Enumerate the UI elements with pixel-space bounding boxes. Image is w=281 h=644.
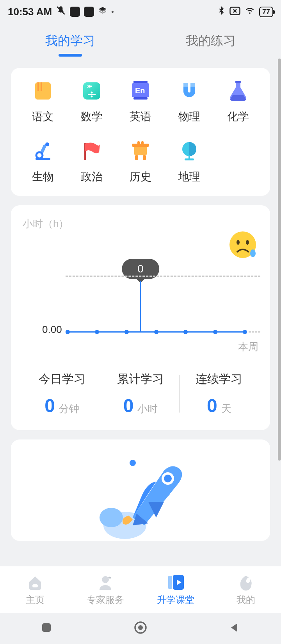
x-box-icon bbox=[229, 6, 240, 18]
svg-point-43 bbox=[164, 475, 172, 482]
stat-total-value: 0 bbox=[123, 395, 134, 416]
svg-point-40 bbox=[130, 460, 136, 466]
svg-rect-44 bbox=[32, 584, 38, 587]
svg-rect-30 bbox=[141, 141, 144, 144]
tab-my-study[interactable]: 我的学习 bbox=[0, 32, 140, 50]
dot-icon: • bbox=[111, 8, 114, 16]
svg-rect-27 bbox=[135, 155, 138, 160]
status-right: 77 bbox=[217, 5, 273, 18]
x-axis-label: 本周 bbox=[238, 340, 258, 354]
sad-face-icon bbox=[229, 231, 258, 262]
flag-icon bbox=[80, 140, 103, 162]
svg-rect-3 bbox=[37, 82, 39, 91]
svg-point-36 bbox=[246, 240, 249, 245]
svg-rect-15 bbox=[133, 97, 148, 100]
chart-indicator-line bbox=[140, 281, 141, 331]
subject-physics[interactable]: 物理 bbox=[165, 80, 213, 124]
rocket-icon bbox=[90, 455, 191, 541]
stat-today: 今日学习 0 分钟 bbox=[23, 371, 101, 416]
chart-gridline bbox=[249, 331, 260, 333]
subjects-card: 语文 × 数学 En 英语 物理 化学 bbox=[11, 68, 270, 196]
svg-point-37 bbox=[250, 249, 256, 257]
top-tabs: 我的学习 我的练习 bbox=[0, 23, 281, 59]
svg-rect-33 bbox=[185, 158, 194, 160]
subject-math[interactable]: × 数学 bbox=[68, 80, 116, 124]
y-axis-label: 小时（h） bbox=[23, 217, 258, 231]
svg-text:En: En bbox=[135, 86, 145, 95]
home-button[interactable] bbox=[133, 621, 148, 636]
scroll-indicator bbox=[278, 59, 281, 461]
svg-point-51 bbox=[138, 625, 143, 630]
svg-rect-28 bbox=[143, 155, 146, 160]
svg-rect-46 bbox=[168, 576, 172, 589]
stat-today-value: 0 bbox=[44, 395, 55, 416]
status-left: 10:53 AM • bbox=[8, 5, 114, 18]
flask-icon bbox=[227, 80, 249, 102]
battery-icon: 77 bbox=[259, 7, 273, 17]
microscope-icon bbox=[32, 140, 54, 162]
nav-course[interactable]: 升学课堂 bbox=[140, 566, 211, 613]
nav-mine[interactable]: 我的 bbox=[211, 566, 281, 613]
subject-politics[interactable]: 政治 bbox=[68, 140, 116, 184]
svg-point-39 bbox=[100, 508, 123, 527]
svg-text:×: × bbox=[87, 83, 91, 90]
home-icon bbox=[26, 573, 44, 591]
svg-point-23 bbox=[45, 142, 49, 146]
svg-rect-14 bbox=[133, 81, 148, 83]
svg-rect-4 bbox=[41, 82, 42, 91]
status-time: 10:53 AM bbox=[8, 6, 52, 18]
drop-icon bbox=[237, 573, 255, 591]
svg-rect-18 bbox=[190, 83, 195, 87]
book-icon bbox=[32, 80, 54, 102]
stat-streak-value: 0 bbox=[207, 395, 217, 416]
tab-my-practice[interactable]: 我的练习 bbox=[140, 32, 281, 50]
promo-card[interactable] bbox=[11, 439, 270, 541]
svg-rect-17 bbox=[183, 83, 188, 87]
svg-rect-49 bbox=[42, 623, 51, 632]
svg-rect-19 bbox=[235, 81, 241, 83]
layers-icon bbox=[98, 6, 107, 18]
subject-biology[interactable]: 生物 bbox=[19, 140, 68, 184]
status-bar: 10:53 AM • 77 bbox=[0, 0, 281, 23]
stats-row: 今日学习 0 分钟 累计学习 0 小时 连续学习 0 天 bbox=[23, 371, 258, 416]
svg-rect-29 bbox=[137, 141, 140, 144]
app-square-icon bbox=[84, 7, 94, 17]
subject-geography[interactable]: 地理 bbox=[165, 140, 213, 184]
svg-point-45 bbox=[102, 576, 109, 583]
nav-expert[interactable]: 专家服务 bbox=[70, 566, 140, 613]
back-button[interactable] bbox=[229, 622, 240, 635]
wifi-icon bbox=[244, 6, 255, 18]
svg-point-11 bbox=[91, 96, 93, 98]
subject-chinese[interactable]: 语文 bbox=[19, 80, 68, 124]
magnet-icon bbox=[178, 80, 201, 102]
stat-total: 累计学习 0 小时 bbox=[101, 371, 180, 416]
subject-chemistry[interactable]: 化学 bbox=[213, 80, 262, 124]
recent-apps-button[interactable] bbox=[41, 622, 52, 635]
svg-point-35 bbox=[237, 240, 240, 245]
stats-card: 小时（h） 0 0.00 本周 今日学习 0 分钟 bbox=[11, 205, 270, 430]
study-chart: 0 0.00 本周 bbox=[23, 235, 258, 344]
globe-icon bbox=[178, 140, 201, 162]
bluetooth-icon bbox=[217, 5, 226, 18]
subject-english[interactable]: En 英语 bbox=[116, 80, 165, 124]
subject-history[interactable]: 历史 bbox=[116, 140, 165, 184]
svg-point-10 bbox=[91, 92, 93, 94]
app-square-icon bbox=[70, 7, 80, 17]
y-tick-label: 0.00 bbox=[42, 324, 62, 336]
system-nav-bar bbox=[0, 613, 281, 644]
english-icon: En bbox=[129, 80, 152, 102]
chart-line bbox=[66, 331, 243, 333]
calculator-icon: × bbox=[80, 80, 103, 102]
svg-rect-25 bbox=[134, 146, 147, 155]
person-icon bbox=[96, 573, 114, 591]
bottom-nav: 主页 专家服务 升学课堂 我的 bbox=[0, 566, 281, 613]
stat-streak: 连续学习 0 天 bbox=[180, 371, 258, 416]
chart-gridline bbox=[66, 276, 260, 277]
svg-rect-26 bbox=[132, 144, 149, 147]
play-book-icon bbox=[167, 573, 185, 591]
ding-icon bbox=[129, 140, 152, 162]
nav-home[interactable]: 主页 bbox=[0, 566, 70, 613]
mute-icon bbox=[56, 5, 66, 18]
svg-point-22 bbox=[36, 152, 43, 158]
